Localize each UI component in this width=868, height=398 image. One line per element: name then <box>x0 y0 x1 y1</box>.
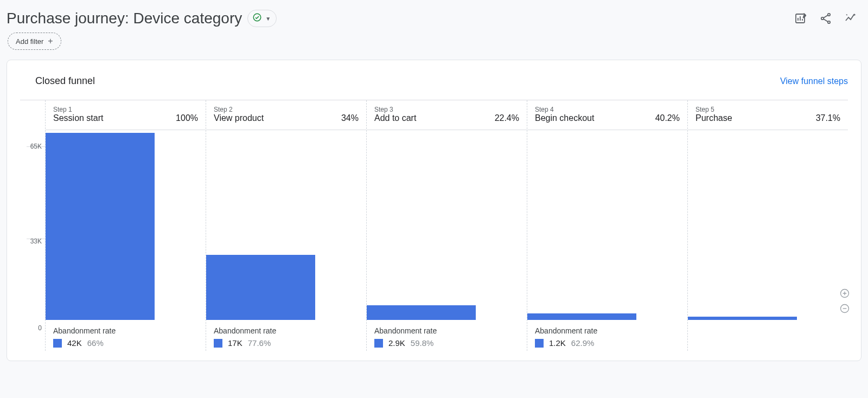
funnel-step: Step 1 Session start 100% Abandonment ra… <box>45 100 206 351</box>
step-name: Purchase <box>695 113 732 123</box>
abandonment-value: 1.2K <box>549 338 566 348</box>
step-name: Session start <box>53 113 103 123</box>
step-number: Step 4 <box>535 106 680 113</box>
abandonment-value: 2.9K <box>388 338 405 348</box>
bar-area <box>527 130 687 320</box>
svg-point-0 <box>253 14 261 21</box>
abandonment-label: Abandonment rate <box>53 326 198 335</box>
svg-point-2 <box>828 14 830 16</box>
funnel-bar <box>688 317 797 320</box>
bar-area <box>206 130 366 320</box>
step-number: Step 3 <box>374 106 519 113</box>
funnel-step: Step 3 Add to cart 22.4% Abandonment rat… <box>366 100 527 351</box>
card-title: Closed funnel <box>20 75 95 87</box>
step-completion-pct: 34% <box>341 113 359 123</box>
abandonment-pct: 77.6% <box>248 338 271 348</box>
page-title: Purchase journey: Device category <box>7 10 242 27</box>
step-name: View product <box>214 113 264 123</box>
funnel-step: Step 4 Begin checkout 40.2% Abandonment … <box>527 100 687 351</box>
abandonment-pct: 66% <box>87 338 104 348</box>
abandonment-pct: 59.8% <box>411 338 434 348</box>
add-filter-label: Add filter <box>16 37 43 46</box>
step-number: Step 5 <box>695 106 840 113</box>
step-number: Step 2 <box>214 106 359 113</box>
insights-icon[interactable] <box>844 12 857 25</box>
bar-area <box>46 130 206 320</box>
legend-swatch <box>214 339 222 348</box>
step-completion-pct: 22.4% <box>495 113 519 123</box>
funnel-card: Closed funnel View funnel steps 65K 33K … <box>7 60 861 361</box>
zoom-in-button[interactable] <box>838 287 851 300</box>
abandonment-value: 42K <box>67 338 82 348</box>
step-completion-pct: 40.2% <box>655 113 680 123</box>
zoom-out-button[interactable] <box>838 302 851 315</box>
share-icon[interactable] <box>819 12 832 25</box>
bar-area <box>688 130 848 320</box>
legend-swatch <box>374 339 383 348</box>
plus-icon: + <box>48 36 53 46</box>
y-tick: 65K <box>30 143 42 150</box>
svg-point-3 <box>821 17 824 20</box>
svg-point-4 <box>828 21 830 23</box>
funnel-chart: 65K 33K 0 Step 1 Session start 100% Aban… <box>20 100 848 351</box>
y-axis: 65K 33K 0 <box>20 100 45 351</box>
abandonment-value: 17K <box>228 338 242 348</box>
bar-area <box>367 130 527 320</box>
funnel-bar <box>46 133 155 320</box>
step-completion-pct: 100% <box>176 113 198 123</box>
step-number: Step 1 <box>53 106 198 113</box>
legend-swatch <box>535 339 544 348</box>
funnel-bar <box>367 305 476 320</box>
step-completion-pct: 37.1% <box>816 113 840 123</box>
abandonment-label: Abandonment rate <box>374 326 519 335</box>
abandonment-pct: 62.9% <box>571 338 595 348</box>
abandonment-label: Abandonment rate <box>535 326 680 335</box>
funnel-step: Step 5 Purchase 37.1% <box>687 100 848 351</box>
add-filter-button[interactable]: Add filter + <box>8 33 61 50</box>
customize-report-icon[interactable] <box>794 12 807 25</box>
step-name: Add to cart <box>374 113 416 123</box>
abandonment-label: Abandonment rate <box>214 326 359 335</box>
y-tick: 0 <box>38 324 42 332</box>
funnel-bar <box>206 255 315 320</box>
y-tick: 33K <box>30 237 42 245</box>
legend-swatch <box>53 339 62 348</box>
step-name: Begin checkout <box>535 113 594 123</box>
status-dropdown[interactable]: ▼ <box>247 10 277 27</box>
funnel-bar <box>527 313 636 320</box>
check-circle-icon <box>252 12 262 24</box>
funnel-step: Step 2 View product 34% Abandonment rate… <box>206 100 366 351</box>
view-funnel-steps-link[interactable]: View funnel steps <box>780 76 848 86</box>
chevron-down-icon: ▼ <box>265 16 271 22</box>
